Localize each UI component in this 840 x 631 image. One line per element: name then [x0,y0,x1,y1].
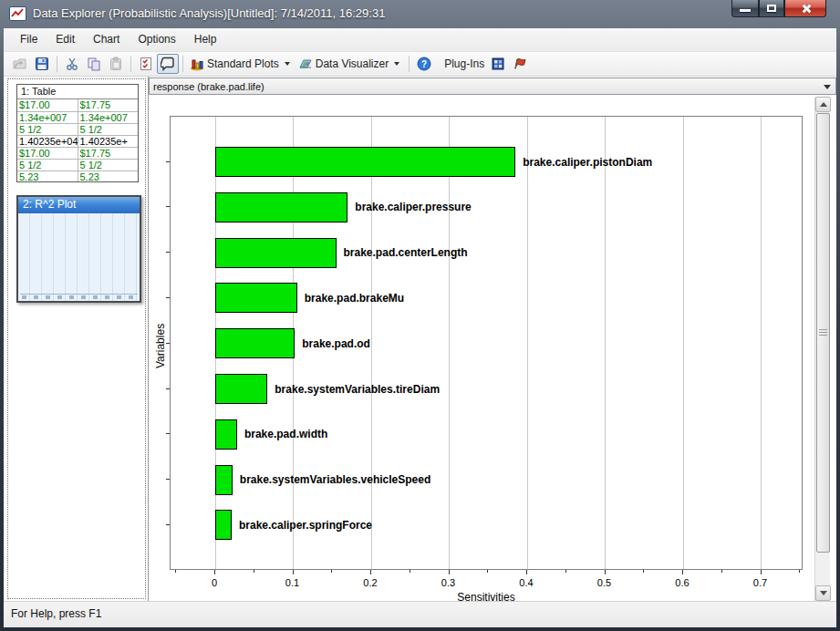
data-visualizer-button[interactable]: Data Visualizer [296,54,405,74]
plot-area: brake.caliper.pistonDiambrake.caliper.pr… [170,116,803,570]
scroll-up-button[interactable] [815,97,831,112]
menu-item-help[interactable]: Help [185,28,226,51]
bar-label: brake.pad.brakeMu [305,292,404,305]
x-gridline [605,117,606,569]
x-axis-label: Sensitivities [457,591,514,604]
table-row: 1.34e+0071.34e+007 [17,111,138,123]
x-minor-tick [254,570,254,573]
x-major-tick [449,570,450,574]
chevron-down-icon [285,62,290,66]
checklist-button[interactable] [135,54,157,74]
thumbnail-table-panel[interactable]: 1: Table $17.00$17.751.34e+0071.34e+0075… [16,84,139,182]
x-gridline [761,117,762,569]
table-cell: 5.23 [17,171,78,182]
x-gridline [371,117,372,569]
paste-button[interactable] [105,54,127,74]
table-row: $17.00$17.75 [17,99,138,111]
table-row: 5 1/25 1/2 [17,123,138,135]
y-tick [166,297,170,298]
x-minor-tick [487,570,488,573]
chart-region: response (brake.pad.life) brake.caliper.… [149,77,836,601]
toolbar-separator [409,56,410,72]
chart-bar [215,374,267,404]
table-row: 5 1/25 1/2 [17,159,138,171]
x-tick-label: 0.2 [363,577,377,588]
table-row: 5.235.23 [17,171,138,182]
scroll-down-button[interactable] [815,585,831,601]
copy-icon [87,57,101,71]
chart-bar [215,419,237,450]
bar-label: brake.pad.width [244,428,327,440]
menu-item-chart[interactable]: Chart [84,28,129,51]
menu-item-edit[interactable]: Edit [47,28,84,51]
status-bar: For Help, press F1 [4,601,836,627]
r2-plot-preview [18,213,140,301]
table-cell: 1.40235e+ [78,135,138,147]
maximize-icon [767,5,776,12]
toolbar-separator [182,56,183,72]
minimize-button[interactable] [731,0,759,17]
y-tick [166,252,170,253]
paste-icon [109,57,123,71]
x-major-tick [761,570,762,574]
toolbar-separator [57,56,57,72]
x-minor-tick [643,570,644,573]
y-tick [166,388,170,389]
vertical-scrollbar[interactable] [814,97,830,601]
r2-axis-line [20,294,138,295]
table-cell: $17.75 [78,99,138,111]
x-minor-tick [799,570,800,573]
annotation-button[interactable] [157,54,179,74]
flag-button[interactable] [509,54,531,74]
menu-item-options[interactable]: Options [129,28,184,51]
thumbnail-r2-plot-panel[interactable]: 2: R^2 Plot [16,195,141,303]
menu-bar: FileEditChartOptionsHelp [4,28,836,52]
speech-bubble-icon [161,57,175,71]
title-bar: Data Explorer (Probabilistic Analysis)[U… [0,0,840,28]
chevron-down-icon [824,85,831,89]
scrollbar-grip-icon [819,329,827,336]
plugin-grid-button[interactable] [487,54,509,74]
response-selector[interactable]: response (brake.pad.life) [149,78,836,95]
bar-chart-icon [190,57,204,71]
x-minor-tick [175,570,176,573]
flag-icon [513,57,527,71]
x-tick-label: 0.1 [285,577,299,588]
y-tick [166,161,170,162]
help-button[interactable]: ? [413,54,435,74]
bar-label: brake.systemVariables.tireDiam [275,383,440,396]
copy-button[interactable] [83,54,105,74]
chart-bar [215,510,232,540]
open-button[interactable] [9,54,31,74]
close-button[interactable] [784,0,826,17]
bar-label: brake.caliper.pistonDiam [523,156,652,169]
cut-button[interactable] [61,54,83,74]
app-icon [9,6,26,21]
surface-plot-icon [298,57,313,71]
menu-item-file[interactable]: File [11,28,47,51]
x-tick-label: 0 [212,577,217,588]
plugins-label: Plug-Ins [444,57,484,70]
bar-label: brake.pad.centerLength [344,246,468,259]
app-window: Data Explorer (Probabilistic Analysis)[U… [0,0,840,631]
scrollbar-thumb[interactable] [816,113,830,553]
minimize-icon [740,9,751,12]
table-cell: 1.40235e+041 [17,135,78,147]
table-cell: 5 1/2 [78,123,138,135]
x-tick-label: 0.5 [597,577,611,588]
x-major-tick [370,570,371,574]
x-major-tick [682,570,683,574]
maximize-button[interactable] [759,0,784,17]
x-tick-label: 0.4 [519,577,533,588]
chevron-down-icon [394,62,399,66]
standard-plots-button[interactable]: Standard Plots [187,54,296,74]
table-cell: $17.00 [17,99,78,111]
save-button[interactable] [31,54,53,74]
bar-label: brake.caliper.springForce [239,519,372,532]
x-major-tick [293,570,294,574]
x-minor-tick [565,570,566,573]
toolbar: Standard Plots Data Visualizer ? [4,52,836,77]
table-cell: 1.34e+007 [78,111,138,123]
x-tick-label: 0.7 [753,577,767,588]
data-visualizer-label: Data Visualizer [316,57,389,70]
